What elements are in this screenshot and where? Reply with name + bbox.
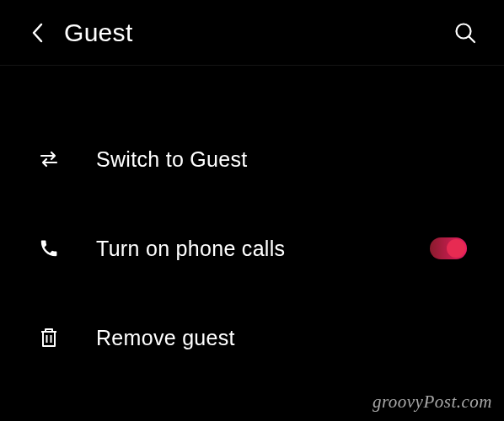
- remove-guest-row[interactable]: Remove guest: [0, 293, 504, 382]
- trash-icon: [37, 327, 61, 349]
- switch-to-guest-label: Switch to Guest: [96, 147, 248, 172]
- swap-icon: [37, 151, 61, 168]
- switch-to-guest-row[interactable]: Switch to Guest: [0, 115, 504, 204]
- svg-line-1: [469, 36, 475, 42]
- phone-calls-label: Turn on phone calls: [96, 237, 285, 261]
- search-icon: [454, 22, 476, 44]
- back-button[interactable]: [24, 19, 51, 46]
- watermark: groovyPost.com: [373, 392, 492, 413]
- page-title: Guest: [64, 19, 133, 47]
- header: Guest: [0, 0, 504, 66]
- phone-calls-row[interactable]: Turn on phone calls: [0, 204, 504, 293]
- chevron-left-icon: [31, 23, 43, 43]
- settings-list: Switch to Guest Turn on phone calls Remo…: [0, 66, 504, 382]
- phone-calls-toggle[interactable]: [430, 237, 467, 259]
- search-button[interactable]: [450, 18, 480, 48]
- remove-guest-label: Remove guest: [96, 326, 235, 350]
- phone-icon: [37, 238, 61, 258]
